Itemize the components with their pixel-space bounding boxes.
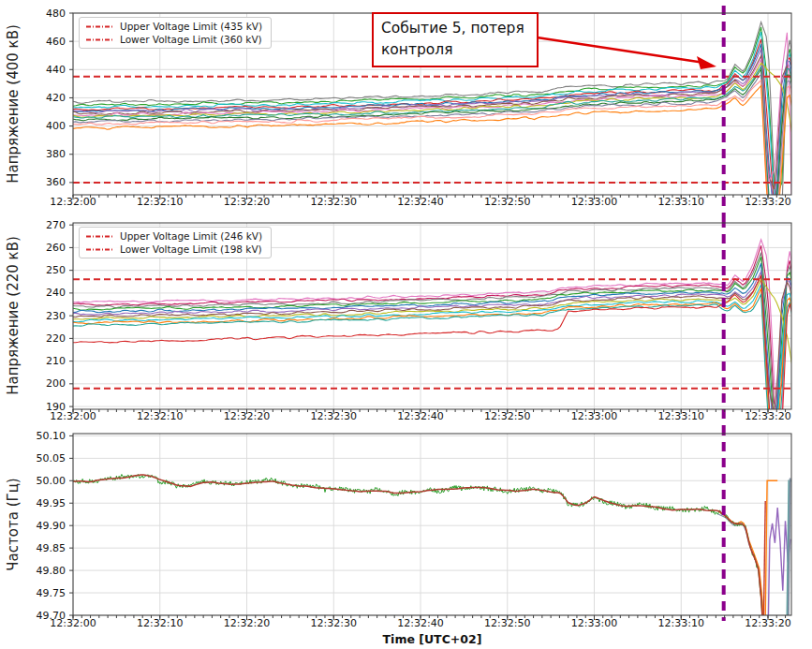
plot-border: [73, 434, 791, 615]
series: [73, 240, 792, 426]
grid: [73, 434, 791, 615]
svg-text:12:32:20: 12:32:20: [224, 410, 270, 422]
svg-text:50.05: 50.05: [37, 452, 66, 465]
svg-text:12:32:10: 12:32:10: [137, 410, 183, 422]
dashed-line-icon: [85, 36, 113, 44]
svg-text:12:32:50: 12:32:50: [484, 196, 530, 208]
annotation-arrowhead: [697, 56, 716, 69]
svg-text:50.00: 50.00: [37, 475, 66, 487]
legend-label: Upper Voltage Limit (435 kV): [120, 21, 262, 32]
svg-text:12:33:00: 12:33:00: [571, 410, 617, 422]
y-axis-label-frequency: Частота (Гц): [5, 478, 22, 570]
svg-text:49.85: 49.85: [37, 542, 66, 554]
svg-text:49.80: 49.80: [37, 565, 66, 577]
frequency-chart: Частота (Гц) 12:32:0012:32:1012:32:2012:…: [0, 426, 812, 649]
svg-text:12:32:50: 12:32:50: [484, 617, 530, 629]
x-axis-title: Time [UTC+02]: [383, 632, 482, 646]
svg-text:50.10: 50.10: [37, 430, 66, 442]
legend-400kv: Upper Voltage Limit (435 kV) Lower Volta…: [79, 17, 272, 49]
svg-text:12:33:20: 12:33:20: [745, 196, 790, 208]
svg-text:49.90: 49.90: [37, 520, 66, 532]
svg-text:49.95: 49.95: [37, 497, 66, 509]
legend-item-upper-limit-220: Upper Voltage Limit (246 kV): [85, 230, 262, 242]
svg-text:12:32:00: 12:32:00: [50, 196, 96, 208]
legend-item-lower-limit-220: Lower Voltage Limit (198 kV): [85, 243, 262, 255]
svg-text:420: 420: [46, 92, 66, 104]
svg-text:200: 200: [46, 377, 66, 390]
legend-220kv: Upper Voltage Limit (246 kV) Lower Volta…: [79, 227, 272, 258]
svg-text:12:32:20: 12:32:20: [224, 196, 270, 208]
svg-text:12:33:00: 12:33:00: [571, 617, 617, 629]
svg-text:12:32:10: 12:32:10: [137, 196, 183, 208]
svg-text:12:33:20: 12:33:20: [745, 617, 790, 629]
svg-text:12:33:10: 12:33:10: [658, 196, 704, 208]
legend-label: Upper Voltage Limit (246 kV): [120, 230, 262, 242]
svg-text:12:32:40: 12:32:40: [397, 196, 443, 208]
svg-text:49.75: 49.75: [37, 587, 66, 599]
svg-text:220: 220: [46, 332, 66, 345]
svg-text:230: 230: [46, 310, 66, 322]
svg-text:260: 260: [46, 242, 66, 254]
svg-text:12:33:10: 12:33:10: [658, 617, 704, 629]
svg-text:12:32:30: 12:32:30: [311, 410, 357, 422]
annotation-arrow: [524, 36, 704, 63]
axis: [69, 435, 786, 620]
svg-text:400: 400: [46, 120, 66, 132]
svg-text:240: 240: [46, 287, 66, 299]
legend-label: Lower Voltage Limit (360 kV): [120, 34, 262, 45]
legend-item-lower-limit-400: Lower Voltage Limit (360 kV): [85, 34, 262, 45]
svg-text:12:32:30: 12:32:30: [311, 617, 357, 629]
grid-monitoring-dashboard: Напряжение (400 кВ) 12:32:0012:32:1012:3…: [0, 0, 812, 649]
svg-text:12:32:10: 12:32:10: [137, 617, 183, 629]
svg-text:12:33:10: 12:33:10: [658, 410, 704, 422]
y-axis-label-400kv: Напряжение (400 кВ): [5, 24, 22, 184]
event-annotation: Событие 5, потеря контроля: [372, 12, 539, 67]
svg-text:12:32:40: 12:32:40: [397, 617, 443, 629]
dashed-line-icon: [85, 245, 113, 254]
svg-text:250: 250: [46, 264, 66, 276]
legend-label: Lower Voltage Limit (198 kV): [120, 243, 262, 255]
legend-item-upper-limit-400: Upper Voltage Limit (435 kV): [85, 21, 262, 32]
svg-text:12:32:20: 12:32:20: [224, 617, 270, 629]
svg-text:440: 440: [46, 64, 66, 76]
svg-text:380: 380: [46, 148, 66, 160]
svg-text:210: 210: [46, 355, 66, 367]
svg-text:360: 360: [46, 176, 66, 188]
svg-text:12:32:40: 12:32:40: [397, 410, 443, 422]
dashed-line-icon: [85, 22, 113, 31]
svg-text:12:33:20: 12:33:20: [745, 410, 790, 422]
y-axis-label-220kv: Напряжение (220 кВ): [5, 236, 22, 395]
svg-text:270: 270: [46, 219, 66, 231]
svg-text:12:33:00: 12:33:00: [571, 196, 617, 208]
svg-text:12:32:50: 12:32:50: [484, 410, 530, 422]
svg-text:49.70: 49.70: [37, 610, 66, 622]
svg-text:480: 480: [46, 7, 66, 20]
svg-text:12:32:30: 12:32:30: [311, 196, 357, 208]
dashed-line-icon: [85, 232, 113, 241]
svg-text:190: 190: [46, 401, 66, 413]
svg-text:460: 460: [46, 36, 66, 48]
